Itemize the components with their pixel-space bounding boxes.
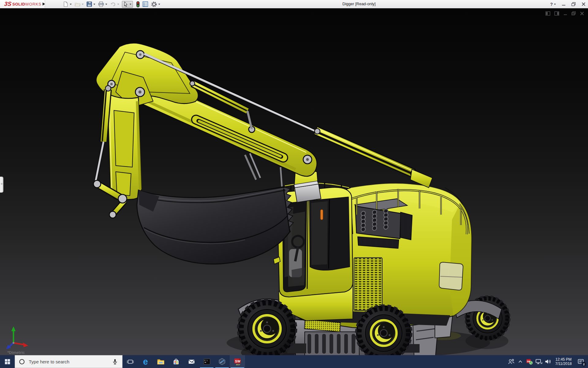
- file-properties-icon: [142, 1, 148, 7]
- title-bar: 3S SOLIDWORKS: [0, 0, 588, 9]
- minimize-button[interactable]: [562, 2, 566, 6]
- windows-taskbar: e: [0, 355, 588, 368]
- tab-grip-icon: [1, 183, 2, 185]
- dipper-arm: [106, 93, 141, 200]
- open-icon: [74, 1, 81, 7]
- menu-flyout-icon[interactable]: [43, 2, 45, 6]
- command-prompt-icon: C:\: [203, 358, 211, 365]
- print-button[interactable]: [98, 1, 107, 7]
- file-properties-button[interactable]: [142, 1, 148, 7]
- screen: 3S SOLIDWORKS: [0, 0, 588, 368]
- system-tray: SW 12:: [507, 355, 588, 368]
- clock-date: 7/11/2018: [554, 362, 573, 366]
- clock-time: 12:45 PM: [554, 357, 573, 362]
- brand-works: WORKS: [25, 2, 41, 6]
- document-window-controls: [545, 11, 584, 16]
- dropdown-caret-icon[interactable]: [158, 4, 160, 5]
- action-center-button[interactable]: 2: [575, 355, 587, 368]
- svg-text:2017: 2017: [236, 363, 240, 365]
- rebuild-traffic-light-icon: [136, 1, 140, 7]
- tray-expand-button[interactable]: [516, 355, 525, 368]
- window-title: Digger [Read-only]: [342, 2, 375, 6]
- pane-right-icon[interactable]: [554, 11, 560, 16]
- quick-toolbar: [63, 0, 163, 8]
- undo-icon: [110, 1, 116, 7]
- task-view-button[interactable]: [123, 355, 138, 368]
- dassault-3s-icon: 3S: [4, 1, 12, 7]
- dropdown-caret-icon[interactable]: [130, 4, 131, 5]
- dropdown-caret-icon[interactable]: [82, 4, 84, 5]
- edge-icon: e: [143, 357, 148, 366]
- doc-minimize-icon[interactable]: [563, 11, 567, 16]
- window-controls: ?: [550, 0, 586, 8]
- excavator-model[interactable]: [0, 8, 588, 355]
- brand-solid: SOLID: [12, 2, 25, 6]
- taskbar-app-edge[interactable]: e: [138, 355, 153, 368]
- solidworks-monitor-icon: SW: [526, 358, 533, 365]
- select-cursor-icon: [123, 2, 128, 7]
- notification-badge: 2: [582, 362, 586, 366]
- close-button[interactable]: [582, 2, 586, 6]
- save-button[interactable]: [86, 1, 95, 7]
- help-button[interactable]: ?: [550, 2, 556, 7]
- select-tool-button[interactable]: [122, 1, 133, 8]
- solidworks-monitor-tray[interactable]: SW: [525, 355, 534, 368]
- solidworks-2017-icon: SW 2017: [234, 358, 241, 366]
- dropdown-caret-icon[interactable]: [105, 4, 107, 5]
- dropdown-caret-icon[interactable]: [117, 4, 119, 5]
- taskbar-app-mail[interactable]: [184, 355, 199, 368]
- print-icon: [98, 1, 104, 7]
- people-icon: [507, 358, 515, 365]
- task-pane-collapsed-tab[interactable]: [0, 177, 3, 193]
- microphone-icon[interactable]: [111, 358, 119, 365]
- windows-logo-icon: [5, 359, 10, 364]
- new-document-icon: [63, 1, 69, 7]
- dropdown-caret-icon: [554, 4, 556, 5]
- dropdown-caret-icon[interactable]: [93, 4, 95, 5]
- file-explorer-icon: [157, 358, 165, 365]
- taskbar-apps: e: [123, 355, 245, 368]
- mail-icon: [188, 358, 195, 365]
- taskbar-app-edrawings[interactable]: [214, 355, 230, 368]
- pane-left-icon[interactable]: [545, 11, 551, 16]
- options-gear-icon: [151, 1, 157, 7]
- view-orientation-label: *Dimetric: [7, 350, 25, 355]
- new-document-button[interactable]: [63, 1, 72, 7]
- task-view-icon: [127, 358, 134, 365]
- volume-tray[interactable]: [543, 355, 552, 368]
- options-button[interactable]: [151, 1, 160, 7]
- people-button[interactable]: [507, 355, 516, 368]
- help-icon: ?: [550, 2, 553, 7]
- undo-button[interactable]: [110, 1, 119, 7]
- solidworks-logo: 3S SOLIDWORKS: [0, 0, 45, 8]
- save-icon: [86, 1, 92, 7]
- graphics-viewport[interactable]: *Dimetric: [0, 8, 588, 355]
- network-tray[interactable]: [534, 355, 543, 368]
- taskbar-app-store[interactable]: [168, 355, 184, 368]
- network-icon: [535, 358, 542, 365]
- rebuild-button[interactable]: [136, 1, 140, 7]
- clock[interactable]: 12:45 PM 7/11/2018: [554, 357, 573, 366]
- dropdown-caret-icon[interactable]: [70, 4, 72, 5]
- svg-text:C:\: C:\: [204, 360, 208, 362]
- chevron-up-icon: [518, 359, 523, 364]
- taskbar-app-solidworks[interactable]: SW 2017: [230, 355, 245, 368]
- taskbar-app-file-explorer[interactable]: [153, 355, 168, 368]
- bucket: [137, 186, 293, 264]
- cortana-icon: [19, 359, 24, 364]
- start-button[interactable]: [0, 355, 15, 368]
- edrawings-hexagon-icon: [218, 358, 226, 365]
- taskbar-search[interactable]: [15, 355, 123, 368]
- search-input[interactable]: [28, 359, 111, 365]
- restore-button[interactable]: [571, 2, 576, 6]
- volume-icon: [545, 358, 552, 365]
- svg-text:SW: SW: [235, 359, 240, 363]
- orientation-triad: [4, 324, 30, 350]
- store-icon: [172, 358, 180, 365]
- open-button[interactable]: [74, 1, 84, 7]
- doc-restore-icon[interactable]: [571, 11, 576, 16]
- doc-close-icon[interactable]: [580, 11, 584, 16]
- taskbar-app-command-prompt[interactable]: C:\: [199, 355, 214, 368]
